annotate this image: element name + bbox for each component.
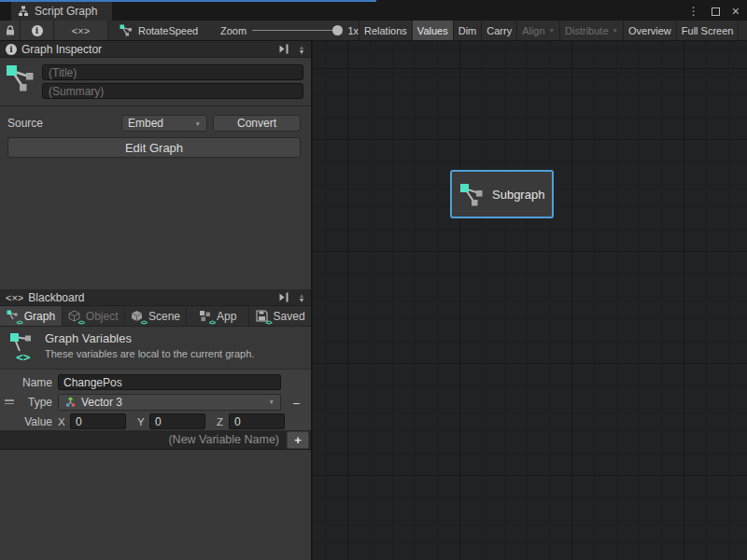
svg-text:<>: <> (16, 350, 31, 364)
variable-name-row: Name (6, 373, 281, 391)
vector3-icon (64, 396, 77, 408)
variable-type-select[interactable]: Vector 3 ▼ (58, 394, 281, 411)
tab-app[interactable]: <> App (187, 306, 249, 326)
convert-button[interactable]: Convert (213, 115, 301, 132)
axis-y-group: Y (137, 413, 205, 429)
graph-inspector-title: Graph Inspector (21, 43, 102, 56)
values-button[interactable]: Values (413, 21, 454, 40)
info-icon: i (32, 25, 43, 36)
graph-icon-large (6, 64, 35, 92)
code-icon: <×> (6, 292, 23, 303)
scene-icon: <> (131, 310, 145, 323)
app-blocks-icon: <> (199, 310, 213, 323)
caret-down-icon: ▼ (549, 27, 555, 34)
toolbar-buttons: Relations Values Dim Carry Align ▼ Distr… (359, 21, 747, 40)
drag-handle-icon[interactable] (5, 398, 14, 406)
tab-scene[interactable]: <> Scene (125, 306, 188, 326)
align-button: Align ▼ (517, 21, 560, 40)
blackboard-tabs: <> Graph <> Object (0, 306, 311, 327)
summary-input[interactable] (42, 83, 303, 99)
value-label: Value (6, 415, 52, 428)
caret-down-icon: ▼ (613, 27, 618, 34)
scroll-down-icon[interactable]: ▼ (299, 49, 305, 54)
graph-variables-subtitle: These variables are local to the current… (45, 348, 254, 359)
tab-title: Script Graph (35, 5, 97, 18)
inspector-toggle-button[interactable]: i (21, 21, 54, 40)
blackboard-toggle-button[interactable]: <×> (54, 21, 108, 40)
lock-button[interactable] (0, 21, 21, 40)
tab-object: <> Object (63, 306, 125, 326)
graph-variables-title: Graph Variables (45, 331, 132, 345)
subgraph-node[interactable]: Subgraph (450, 170, 554, 218)
zoom-value: 1x (347, 25, 359, 36)
caret-down-icon: ▼ (195, 120, 201, 127)
edit-graph-button[interactable]: Edit Graph (7, 137, 301, 158)
remove-variable-button[interactable]: − (288, 395, 304, 412)
node-title: Subgraph (492, 188, 544, 202)
graph-variables-icon: <> (9, 332, 34, 364)
divider (0, 105, 311, 106)
overview-button[interactable]: Overview (624, 21, 677, 40)
breadcrumb[interactable]: RotateSpeed (108, 21, 220, 40)
scroll-arrows[interactable]: ▲ ▼ (295, 293, 308, 302)
add-variable-button[interactable]: + (287, 431, 309, 449)
dock-icon[interactable] (278, 44, 290, 54)
tab-script-graph[interactable]: Script Graph (11, 2, 112, 21)
distribute-button: Distribute ▼ (560, 21, 624, 40)
tab-graph[interactable]: <> Graph (0, 306, 63, 326)
name-label: Name (6, 376, 52, 389)
tab-saved[interactable]: <> Saved (249, 306, 311, 326)
side-panel: i Graph Inspector ▲ ▼ (0, 41, 312, 560)
titlebar-controls: ⋮ × (688, 2, 740, 21)
source-label: Source (7, 117, 43, 130)
blackboard-header: <×> Blackboard ▲ ▼ (0, 289, 311, 306)
zoom-label: Zoom (220, 25, 247, 36)
graph-variables-section: <> Graph Variables These variables are l… (0, 327, 311, 370)
carry-button[interactable]: Carry (482, 21, 517, 40)
graph-icon: <> (7, 310, 21, 323)
axis-x-group: X (58, 413, 126, 429)
variable-name-input[interactable] (58, 374, 281, 390)
blackboard-title: Blackboard (28, 291, 84, 304)
tab-strip: Script Graph ⋮ × (0, 2, 747, 21)
maximize-icon[interactable] (712, 7, 720, 16)
axis-z-input[interactable] (229, 413, 285, 429)
breadcrumb-label: RotateSpeed (138, 25, 198, 36)
graph-icon (120, 24, 133, 36)
graph-canvas[interactable]: Subgraph (313, 41, 747, 560)
caret-down-icon: ▼ (269, 399, 275, 405)
hierarchy-icon (18, 6, 29, 17)
zoom-slider[interactable] (252, 30, 342, 31)
lock-icon (5, 25, 16, 36)
axis-x-input[interactable] (70, 413, 126, 429)
close-icon[interactable]: × (732, 5, 740, 18)
variable-type-row: Type Vector 3 ▼ (6, 393, 281, 411)
axis-z-group: Z (217, 413, 285, 429)
title-input[interactable] (42, 64, 303, 80)
info-icon: i (6, 44, 17, 55)
new-variable-row: + (0, 430, 311, 450)
graph-inspector-header: i Graph Inspector ▲ ▼ (0, 41, 311, 58)
dim-button[interactable]: Dim (454, 21, 483, 40)
dock-icon[interactable] (278, 292, 290, 302)
scroll-arrows[interactable]: ▲ ▼ (295, 45, 308, 54)
code-icon: <×> (72, 25, 90, 36)
zoom-slider-handle[interactable] (332, 25, 343, 35)
source-select[interactable]: Embed ▼ (121, 115, 207, 132)
variable-type-value: Vector 3 (81, 396, 122, 409)
zoom-control: Zoom 1x (220, 21, 359, 40)
new-variable-input[interactable] (0, 431, 287, 449)
variable-row: Name Type Vector 3 ▼ (0, 370, 311, 430)
relations-button[interactable]: Relations (359, 21, 413, 40)
graph-toolbar: i <×> RotateSpeed Zoom 1x (0, 21, 747, 41)
kebab-menu-icon[interactable]: ⋮ (688, 5, 699, 18)
fullscreen-button[interactable]: Full Screen (677, 21, 740, 40)
graph-icon (459, 183, 484, 206)
script-graph-window: Script Graph ⋮ × i <×> (0, 0, 747, 560)
source-select-value: Embed (128, 117, 163, 130)
axis-y-input[interactable] (149, 413, 205, 429)
cube-icon: <> (68, 310, 82, 323)
floppy-disk-icon: <> (256, 310, 270, 323)
variable-value-row: Value X Y Z (6, 413, 281, 430)
scroll-down-icon[interactable]: ▼ (299, 298, 305, 302)
